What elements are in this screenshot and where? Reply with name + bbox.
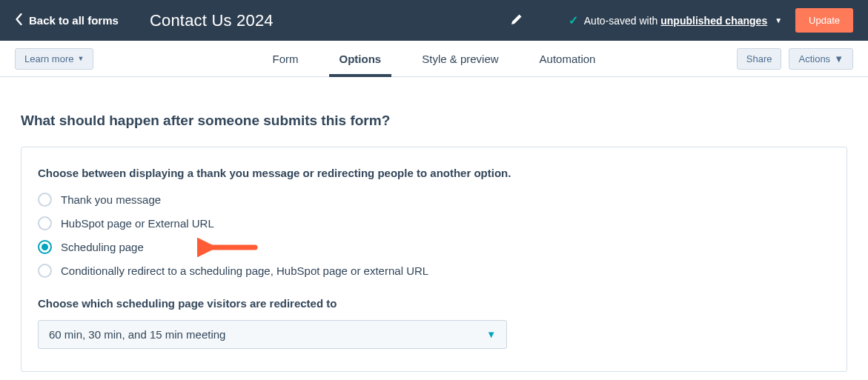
tab-style-preview[interactable]: Style & preview xyxy=(422,41,498,76)
radio-icon xyxy=(38,264,52,278)
radio-label: Conditionally redirect to a scheduling p… xyxy=(61,264,428,277)
topbar: Back to all forms Contact Us 2024 ✓ Auto… xyxy=(0,0,868,41)
card-prompt: Choose between displaying a thank you me… xyxy=(38,167,830,179)
update-button[interactable]: Update xyxy=(795,8,853,33)
tab-automation[interactable]: Automation xyxy=(540,41,596,76)
radio-label: Thank you message xyxy=(61,193,161,206)
subbar: Learn more ▼ Form Options Style & previe… xyxy=(0,41,868,77)
form-title: Contact Us 2024 xyxy=(150,11,274,30)
radio-label: Scheduling page xyxy=(61,241,144,253)
radio-icon xyxy=(38,240,52,254)
select-label: Choose which scheduling page visitors ar… xyxy=(38,297,830,310)
check-icon: ✓ xyxy=(569,13,578,27)
autosave-status[interactable]: ✓ Auto-saved with unpublished changes ▼ xyxy=(569,13,782,27)
radio-label: HubSpot page or External URL xyxy=(61,217,214,230)
right-actions: Share Actions ▼ xyxy=(737,48,853,70)
autosave-emphasis: unpublished changes xyxy=(660,15,767,27)
caret-down-icon: ▼ xyxy=(77,55,84,62)
radio-scheduling-page[interactable]: Scheduling page xyxy=(38,240,830,254)
scheduling-page-dropdown[interactable]: 60 min, 30 min, and 15 min meeting ▼ xyxy=(38,320,507,349)
submission-options-card: Choose between displaying a thank you me… xyxy=(21,147,847,372)
section-heading: What should happen after someone submits… xyxy=(21,113,847,129)
radio-group: Thank you message HubSpot page or Extern… xyxy=(38,193,830,278)
autosave-prefix: Auto-saved with xyxy=(584,15,661,27)
dropdown-value: 60 min, 30 min, and 15 min meeting xyxy=(49,328,225,341)
share-button[interactable]: Share xyxy=(737,48,782,70)
radio-conditional-redirect[interactable]: Conditionally redirect to a scheduling p… xyxy=(38,264,830,278)
actions-button[interactable]: Actions ▼ xyxy=(789,48,853,70)
back-to-forms-link[interactable]: Back to all forms xyxy=(15,13,119,27)
caret-down-icon: ▼ xyxy=(775,16,782,24)
radio-thank-you[interactable]: Thank you message xyxy=(38,193,830,207)
chevron-left-icon xyxy=(15,13,23,27)
content: What should happen after someone submits… xyxy=(0,77,868,372)
caret-down-icon: ▼ xyxy=(486,329,496,340)
tab-form[interactable]: Form xyxy=(273,41,299,76)
arrow-annotation-icon xyxy=(197,238,258,257)
back-label: Back to all forms xyxy=(29,14,119,27)
radio-icon xyxy=(38,193,52,207)
radio-icon xyxy=(38,216,52,230)
caret-down-icon: ▼ xyxy=(834,53,844,64)
tabs: Form Options Style & preview Automation xyxy=(273,41,596,76)
tab-options[interactable]: Options xyxy=(339,41,382,76)
radio-hubspot-url[interactable]: HubSpot page or External URL xyxy=(38,216,830,230)
edit-title-button[interactable] xyxy=(511,13,523,28)
learn-more-button[interactable]: Learn more ▼ xyxy=(15,48,93,70)
